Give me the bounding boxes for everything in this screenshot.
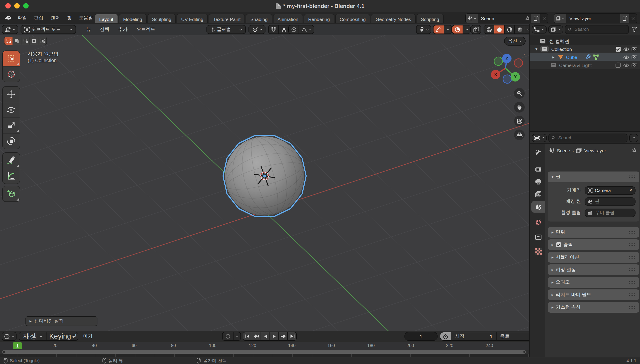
tab-sculpting[interactable]: Sculpting: [148, 14, 176, 23]
proportional-editing-toggle[interactable]: [289, 26, 299, 34]
section-gravity[interactable]: ▸ 중력: [548, 240, 639, 250]
outliner-row-scene-collection[interactable]: 씬 컬렉션: [530, 38, 640, 45]
tab-rendering[interactable]: Rendering: [304, 14, 334, 23]
menu-add[interactable]: 추가: [115, 25, 131, 34]
browse-viewlayer-button[interactable]: [554, 14, 566, 23]
gizmos-dropdown[interactable]: [444, 26, 451, 34]
play-button[interactable]: [270, 332, 278, 340]
menu-select[interactable]: 선택: [97, 25, 112, 34]
panel-grip[interactable]: [628, 243, 635, 246]
breadcrumb-scene[interactable]: Scene: [557, 148, 570, 153]
viewport-3d[interactable]: 사용자 원근법 (1) Collection 옵션: [0, 35, 529, 331]
properties-options-dropdown[interactable]: [629, 134, 638, 142]
panel-grip[interactable]: [628, 175, 635, 179]
tab-viewlayer-properties[interactable]: [531, 188, 545, 200]
scene-panel-header[interactable]: ▾ 씬: [548, 172, 639, 182]
timeline-scrollbar[interactable]: [2, 350, 526, 354]
unlink-scene-button[interactable]: [540, 14, 548, 23]
collapse-icon[interactable]: ▾: [535, 47, 537, 51]
tab-output-properties[interactable]: [531, 176, 545, 188]
tool-move[interactable]: [3, 87, 20, 102]
outliner-row-cube[interactable]: ▸ Cube: [530, 53, 640, 61]
tool-add-cube[interactable]: [3, 186, 20, 202]
menu-object[interactable]: 오브젝트: [133, 25, 158, 34]
object-mode-dropdown[interactable]: 오브젝트 모드: [21, 25, 76, 34]
remove-viewlayer-button[interactable]: [629, 14, 637, 23]
shading-material-button[interactable]: [504, 26, 514, 34]
select-mode-extend[interactable]: [13, 37, 21, 45]
properties-search[interactable]: [548, 133, 627, 142]
jump-to-end-button[interactable]: [287, 332, 296, 340]
timeline-ruler[interactable]: 20 40 60 80 100 120 140 160 180 200 220 …: [0, 342, 529, 350]
menu-render[interactable]: 렌더: [47, 14, 63, 22]
menu-edit[interactable]: 편집: [31, 14, 47, 22]
tool-select-box[interactable]: [3, 51, 20, 66]
sidebar-collapse-arrow[interactable]: ‹: [524, 51, 525, 57]
tab-scripting[interactable]: Scripting: [416, 14, 444, 23]
menu-view[interactable]: 뷰: [83, 25, 94, 34]
tab-render-properties[interactable]: [531, 164, 545, 175]
expand-icon[interactable]: ▸: [552, 55, 554, 59]
tab-modeling[interactable]: Modeling: [119, 14, 147, 23]
zoom-view-button[interactable]: [514, 88, 525, 99]
outliner-row-collection[interactable]: ▾ Collection: [530, 45, 640, 53]
tab-texture-paint[interactable]: Texture Paint: [209, 14, 245, 23]
panel-grip[interactable]: [628, 256, 635, 259]
tab-animation[interactable]: Animation: [273, 14, 303, 23]
clear-camera-icon[interactable]: ✕: [629, 188, 632, 192]
pivot-point-dropdown[interactable]: [249, 25, 265, 34]
select-mode-invert[interactable]: [30, 37, 38, 45]
section-units[interactable]: ▸ 단위: [548, 227, 639, 238]
checkbox-unchecked-icon[interactable]: [615, 62, 621, 68]
auto-keyframe-toggle[interactable]: [223, 332, 233, 340]
overlays-dropdown[interactable]: [463, 26, 470, 34]
timeline-editor-type-button[interactable]: [2, 332, 17, 341]
outliner-editor-type-button[interactable]: [532, 25, 547, 33]
outliner-filter-button[interactable]: [630, 26, 638, 32]
tool-annotate[interactable]: [3, 153, 20, 168]
blender-logo-icon[interactable]: [2, 15, 14, 21]
section-custom-properties[interactable]: ▸ 커스텀 속성: [548, 302, 639, 313]
new-scene-button[interactable]: [531, 14, 540, 23]
tab-world-properties[interactable]: [531, 216, 545, 228]
overlays-toggle[interactable]: [452, 26, 463, 34]
outliner-search-input[interactable]: [574, 26, 626, 32]
tab-shading[interactable]: Shading: [246, 14, 272, 23]
eye-icon[interactable]: [623, 63, 629, 67]
xray-toggle[interactable]: [471, 25, 481, 34]
mesh-data-icon[interactable]: [593, 54, 599, 60]
panel-grip[interactable]: [628, 280, 635, 284]
select-mode-set[interactable]: [5, 37, 13, 45]
tab-scene-properties[interactable]: [531, 201, 545, 212]
outliner-row-camera-light[interactable]: Camera & Light: [530, 61, 640, 69]
browse-scene-button[interactable]: [466, 14, 478, 23]
tab-compositing[interactable]: Compositing: [335, 14, 370, 23]
section-simulation[interactable]: ▸ 시뮬레이션: [548, 252, 639, 262]
operator-panel[interactable]: ▸ 섭디비젼 설정: [26, 316, 98, 326]
section-rigid-body-world[interactable]: ▸ 리지드 바디 월드: [548, 290, 639, 300]
new-viewlayer-button[interactable]: [620, 14, 629, 23]
tab-collection-properties[interactable]: [531, 231, 545, 243]
active-clip-field[interactable]: 무비 클립: [584, 208, 635, 217]
checkbox-checked-icon[interactable]: [556, 242, 561, 248]
shading-solid-button[interactable]: [494, 26, 504, 34]
menu-help[interactable]: 도움말: [76, 14, 96, 22]
jump-to-start-button[interactable]: [243, 332, 252, 340]
checkbox-checked-icon[interactable]: [615, 46, 621, 52]
preview-range-toggle[interactable]: [440, 332, 451, 340]
tab-tool-properties[interactable]: [531, 146, 545, 158]
orthographic-toggle-button[interactable]: [514, 130, 525, 140]
section-keying[interactable]: ▸ 키잉 설정: [548, 264, 639, 275]
select-mode-intersect[interactable]: [39, 37, 47, 45]
start-frame-field[interactable]: 시작 1: [451, 332, 496, 340]
eye-icon[interactable]: [623, 55, 629, 59]
properties-search-input[interactable]: [557, 135, 624, 141]
camera-field[interactable]: Camera ✕: [584, 186, 635, 194]
tab-geometry-nodes[interactable]: Geometry Nodes: [371, 14, 416, 23]
section-audio[interactable]: ▸ 오디오: [548, 277, 639, 288]
gizmos-toggle[interactable]: [433, 26, 444, 34]
tool-transform[interactable]: [3, 133, 20, 149]
select-mode-subtract[interactable]: [22, 37, 30, 45]
eye-icon[interactable]: [623, 47, 629, 51]
playback-menu[interactable]: 재생: [19, 332, 46, 340]
